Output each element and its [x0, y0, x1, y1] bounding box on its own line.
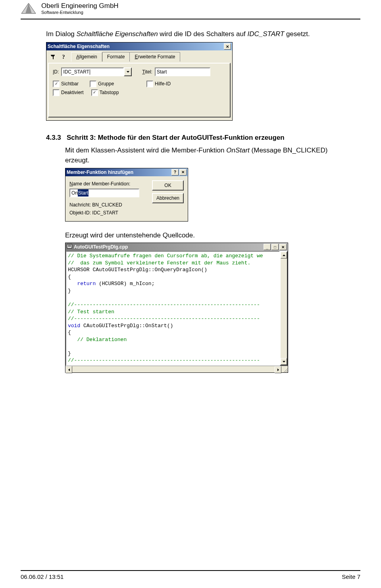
dialog2-titlebar: Member-Funktion hinzufügen ? ✕ — [65, 168, 188, 176]
tab-ext-formats[interactable]: Erweiterte Formate — [129, 52, 180, 62]
resize-grip-icon[interactable] — [281, 366, 288, 372]
svg-marker-2 — [127, 71, 129, 73]
dialog-add-member-function: Member-Funktion hinzufügen ? ✕ Name der … — [65, 168, 188, 222]
pin-icon[interactable] — [49, 53, 58, 61]
maximize-icon[interactable]: □ — [271, 244, 279, 250]
codewin-titlebar: AutoGUITestPrgDlg.cpp _ □ ✕ — [65, 243, 288, 251]
dialog-button-properties: Schaltfläche Eigenschaften ✕ ? Allgemein… — [46, 42, 233, 121]
svg-marker-7 — [283, 254, 285, 256]
checkbox-sichtbar[interactable]: ✓Sichtbar — [53, 80, 79, 87]
help-icon[interactable]: ? — [59, 53, 68, 61]
code-content[interactable]: // Die Systemaufrufe fragen den Cursorfo… — [65, 251, 280, 366]
scroll-up-icon[interactable] — [281, 252, 287, 258]
dialog1-title: Schaltfläche Eigenschaften — [48, 43, 110, 50]
dialog1-tabs: Allgemein Formate Erweiterte Formate — [71, 52, 180, 62]
code-editor-window: AutoGUITestPrgDlg.cpp _ □ ✕ // Die Syste… — [65, 243, 288, 373]
titel-field[interactable]: Start — [155, 67, 210, 76]
section-body: Mit dem Klassen-Assistent wird die Membe… — [65, 145, 360, 166]
department: Software-Entwicklung — [41, 10, 119, 15]
member-function-name-field[interactable]: OnStart — [69, 189, 139, 197]
page-footer: 06.06.02 / 13:51 Seite 7 — [21, 570, 360, 580]
nachricht-info: Nachricht: BN_CLICKED — [69, 201, 148, 208]
close-icon[interactable]: ✕ — [224, 43, 231, 50]
footer-page: Seite 7 — [342, 573, 360, 580]
id-field[interactable]: IDC_START — [61, 67, 124, 76]
checkbox-deaktiviert[interactable]: Deaktiviert — [53, 89, 84, 96]
company-name: Oberli Engineering GmbH — [41, 2, 119, 10]
footer-date: 06.06.02 / 13:51 — [21, 573, 64, 580]
vertical-scrollbar[interactable] — [280, 251, 288, 366]
titel-label: Titel: — [142, 68, 152, 75]
scroll-right-icon[interactable] — [275, 366, 281, 373]
tab-general[interactable]: Allgemein — [71, 52, 102, 62]
svg-marker-8 — [283, 361, 285, 362]
help-icon[interactable]: ? — [171, 169, 179, 175]
svg-line-13 — [287, 372, 288, 372]
close-icon[interactable]: ✕ — [179, 169, 187, 175]
scroll-left-icon[interactable] — [65, 366, 72, 373]
intro-paragraph: Im Dialog Schaltfläche Eigenschaften wir… — [46, 29, 360, 39]
file-icon — [67, 243, 72, 251]
cancel-button[interactable]: Abbrechen — [152, 193, 184, 203]
id-label: ID: — [53, 68, 59, 75]
checkbox-tabstopp[interactable]: ✓Tabstopp — [91, 89, 119, 96]
objekt-id-info: Objekt-ID: IDC_START — [69, 209, 148, 216]
svg-marker-10 — [277, 368, 279, 371]
codewin-title: AutoGUITestPrgDlg.cpp — [74, 243, 128, 251]
checkbox-hilfe-id[interactable]: Hilfe-ID — [146, 80, 171, 87]
scroll-down-icon[interactable] — [281, 358, 287, 365]
ok-button[interactable]: OK — [152, 180, 184, 191]
member-function-name-label: Name der Member-Funktion: — [69, 180, 148, 187]
horizontal-scrollbar[interactable] — [65, 366, 288, 372]
minimize-icon[interactable]: _ — [264, 244, 271, 250]
tab-formats[interactable]: Formate — [102, 52, 130, 62]
dialog1-titlebar: Schaltfläche Eigenschaften ✕ — [46, 42, 232, 50]
checkbox-gruppe[interactable]: Gruppe — [90, 80, 114, 87]
page-header: Oberli Engineering GmbH Software-Entwick… — [21, 0, 360, 19]
close-icon[interactable]: ✕ — [279, 244, 287, 250]
id-dropdown-button[interactable] — [124, 67, 132, 76]
svg-marker-9 — [68, 368, 70, 371]
dialog2-title: Member-Funktion hinzufügen — [67, 169, 133, 176]
generated-code-intro: Erzeugt wird der untenstehende Quellcode… — [65, 230, 360, 241]
section-heading: 4.3.3 Schritt 3: Methode für den Start d… — [46, 133, 360, 143]
logo-icon — [21, 2, 37, 14]
